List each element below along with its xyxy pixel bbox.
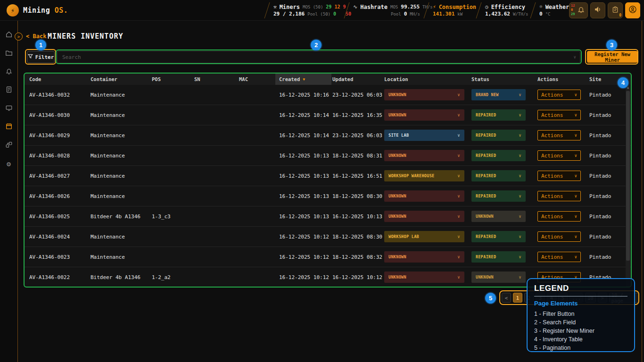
col-location[interactable]: Location xyxy=(383,74,471,85)
content-right-border xyxy=(642,21,642,362)
sidebar-item-inventory[interactable] xyxy=(3,121,15,133)
efficiency-clock-icon: ◷ xyxy=(485,4,488,10)
chevron-down-icon[interactable]: ∨ xyxy=(574,55,580,59)
notifications-button[interactable]: 12 0 29 xyxy=(569,2,588,18)
location-select[interactable]: UNKNOWN∨ xyxy=(384,109,464,121)
status-select[interactable]: REPAIRED∨ xyxy=(471,109,526,121)
sidebar-item-home[interactable] xyxy=(3,29,15,41)
col-sn[interactable]: SN xyxy=(193,74,238,85)
sidebar-item-modules[interactable] xyxy=(3,140,15,152)
cell-container: Maintenance xyxy=(90,92,151,98)
annotation-badge-3: 3 xyxy=(606,40,617,50)
scrollbar-thumb[interactable] xyxy=(626,91,630,261)
mute-button[interactable] xyxy=(590,2,605,18)
col-mac[interactable]: MAC xyxy=(238,74,278,85)
location-select[interactable]: UNKNOWN∨ xyxy=(384,211,464,222)
actions-select[interactable]: Actions∨ xyxy=(537,252,581,262)
sidebar-item-files[interactable] xyxy=(3,48,15,60)
chevron-down-icon: ∨ xyxy=(519,113,521,117)
actions-select[interactable]: Actions∨ xyxy=(537,150,581,161)
tasks-clipboard-icon xyxy=(612,6,619,15)
chevron-down-icon: ∨ xyxy=(457,255,460,259)
actions-select[interactable]: Actions∨ xyxy=(537,211,581,222)
col-created[interactable]: Created▼ xyxy=(275,74,331,85)
cell-created: 16-12-2025 10:14 xyxy=(278,132,331,139)
app-logo[interactable]: ⚡ Mining OS. xyxy=(0,4,68,16)
cell-code: AV-A1346-0030 xyxy=(28,112,90,118)
table-row: AV-A1346-0032 Maintenance 16-12-2025 10:… xyxy=(25,85,631,105)
actions-select[interactable]: Actions∨ xyxy=(537,130,581,140)
stat-hashrate: ∿ Hashrate MOS 99.255 TH/s Pool 0 MH/s xyxy=(351,0,422,21)
chevron-down-icon: ∨ xyxy=(519,153,521,158)
avatar[interactable] xyxy=(625,2,640,18)
col-container[interactable]: Container xyxy=(90,74,151,85)
back-link[interactable]: < Back xyxy=(26,33,46,40)
cell-pos: 1-2_a2 xyxy=(151,274,193,280)
cell-site: Pintado xyxy=(588,92,624,98)
legend-panel: LEGEND Page Elements 1 - Filter Button2 … xyxy=(527,278,635,352)
cell-created: 16-12-2025 10:13 xyxy=(278,193,331,199)
status-select[interactable]: REPAIRED∨ xyxy=(471,251,526,263)
actions-select[interactable]: Actions∨ xyxy=(537,110,581,120)
table-header-row: Code Container POS SN MAC Created▼ Updat… xyxy=(25,74,631,85)
location-select[interactable]: UNKNOWN∨ xyxy=(384,89,464,100)
cell-code: AV-A1346-0022 xyxy=(28,274,90,280)
brand-text: Mining OS. xyxy=(23,6,68,15)
status-select[interactable]: REPAIRED∨ xyxy=(471,130,526,141)
status-select[interactable]: REPAIRED∨ xyxy=(471,190,526,202)
chevron-down-icon: ∨ xyxy=(519,234,521,239)
actions-select[interactable]: Actions∨ xyxy=(537,231,581,242)
cell-container: Maintenance xyxy=(90,234,151,240)
bell-badge-counts: 12 0 29 xyxy=(571,4,575,16)
table-scrollbar[interactable]: ▲ xyxy=(626,85,630,287)
col-pos[interactable]: POS xyxy=(151,74,193,85)
location-select[interactable]: UNKNOWN∨ xyxy=(384,251,464,263)
filter-button[interactable]: Filter xyxy=(27,51,55,63)
status-select[interactable]: REPAIRED∨ xyxy=(471,231,526,242)
cell-updated: 16-12-2025 16:51 xyxy=(331,173,383,179)
cell-code: AV-A1346-0024 xyxy=(28,234,90,240)
cell-site: Pintado xyxy=(588,112,624,118)
cell-site: Pintado xyxy=(588,153,624,159)
cell-site: Pintado xyxy=(588,132,624,139)
sidebar-item-monitor[interactable] xyxy=(3,103,15,115)
col-actions[interactable]: Actions xyxy=(537,74,588,85)
chevron-down-icon: ∨ xyxy=(457,275,460,280)
location-select[interactable]: SITE LAB∨ xyxy=(384,130,464,141)
actions-select[interactable]: Actions∨ xyxy=(537,171,581,181)
location-select[interactable]: UNKNOWN∨ xyxy=(384,150,464,161)
status-select[interactable]: UNKNOWN∨ xyxy=(471,272,526,283)
actions-select[interactable]: Actions∨ xyxy=(537,191,581,201)
location-select[interactable]: UNKNOWN∨ xyxy=(384,272,464,283)
chevron-down-icon: ∨ xyxy=(575,153,577,158)
page-button[interactable]: 1 xyxy=(513,293,522,303)
status-select[interactable]: REPAIRED∨ xyxy=(471,170,526,181)
annotation-badge-2: 2 xyxy=(311,40,322,50)
location-select[interactable]: WORKSHOP LAB∨ xyxy=(384,231,464,242)
chevron-down-icon: ∨ xyxy=(457,194,460,198)
actions-select[interactable]: Actions∨ xyxy=(537,90,581,100)
col-updated[interactable]: Updated xyxy=(331,74,383,85)
register-new-miner-button[interactable]: Register New Miner xyxy=(587,51,638,63)
search-input[interactable] xyxy=(58,54,574,60)
table-row: AV-A1346-0027 Maintenance 16-12-2025 10:… xyxy=(25,166,631,186)
stat-efficiency: ◷ Efficiency 1,423.62 W/TH/s xyxy=(483,0,528,21)
col-code[interactable]: Code xyxy=(28,74,90,85)
chevron-down-icon: ∨ xyxy=(457,92,460,97)
col-status[interactable]: Status xyxy=(471,74,537,85)
sidebar-item-reports[interactable] xyxy=(3,84,15,97)
chevron-down-icon: ∨ xyxy=(457,214,460,219)
sidebar-expand-button[interactable]: > xyxy=(15,33,23,41)
location-select[interactable]: UNKNOWN∨ xyxy=(384,190,464,202)
cell-updated: 16-12-2025 10:12 xyxy=(331,274,383,280)
sidebar-item-alerts[interactable] xyxy=(3,66,15,78)
home-icon xyxy=(5,31,13,40)
sidebar-item-settings[interactable]: ⚙ xyxy=(3,158,15,170)
page-prev-button[interactable]: < xyxy=(502,293,511,303)
location-select[interactable]: WORKSHOP WAREHOUSE∨ xyxy=(384,170,464,181)
status-select[interactable]: REPAIRED∨ xyxy=(471,150,526,161)
tasks-button[interactable]: 0 xyxy=(608,2,623,18)
chevron-down-icon: ∨ xyxy=(575,173,577,178)
status-select[interactable]: UNKNOWN∨ xyxy=(471,211,526,222)
status-select[interactable]: BRAND NEW∨ xyxy=(471,89,526,100)
